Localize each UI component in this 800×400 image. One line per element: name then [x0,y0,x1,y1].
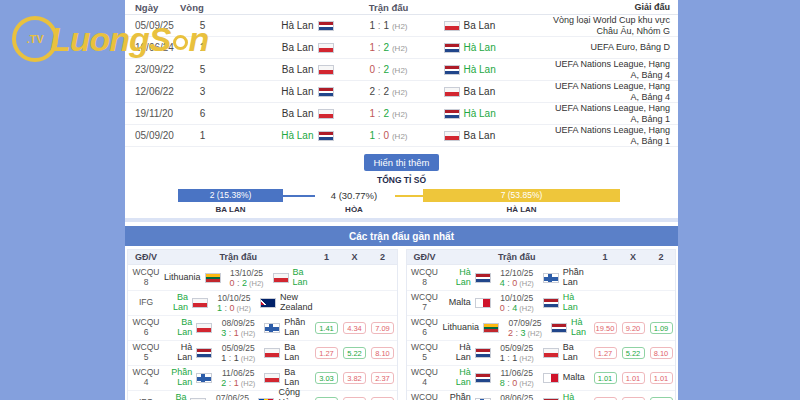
page-background: .TV LuongSn Ngày Vòng Trận đấu Giải đấu … [0,0,800,400]
tournament-name: UEFA Nations League, Hạng A, Bảng 4 [552,59,678,81]
recent-match-row: WCQU 6Lithuania07/09/252 : 3(H2)Hà Lan19… [407,315,676,340]
pl-flag-icon [318,109,334,119]
odds-value: 3.82 [343,372,366,384]
away-team: Phần Lan [543,268,591,288]
odds-value: 3.03 [315,372,338,384]
match-score: 1 : 0(H2) [208,303,260,313]
odds-cell: 8.10 [647,347,675,359]
away-score: 1 [512,353,517,363]
home-team-name: Ba Lan [282,64,314,75]
date-score-cell: 07/06/252 : 0(H2) [206,393,258,400]
odds-value: 8.10 [650,347,673,359]
tournament-name: UEFA Nations League, Hạng A, Bảng 4 [552,81,678,103]
odds-value: 1.01 [650,372,673,384]
away-team-name: Ba Lan [464,86,496,97]
match-score: 0 : 4(H2) [491,303,543,313]
recent-match-row: WCQU 8Hà Lan12/10/254 : 0(H2)Phần Lan [407,265,676,290]
odds-cell: 2.37 [369,372,397,384]
halftime-label: (H2) [241,354,256,363]
logo-text: LuongSn [50,20,208,59]
match-score: 4 : 0(H2) [491,278,543,288]
match-cell: Hà Lan11/06/258 : 0(H2)Malta [443,368,592,388]
halftime-label: (H2) [249,279,264,288]
date-score-cell: 08/06/250 : 2(H2) [491,393,543,400]
stage-round: WCQU 4 [407,368,443,388]
mt-flag-icon [543,373,559,383]
match-cell: Ba Lan1 : 2(H2)Hà Lan [225,42,552,53]
home-team: Ba Lan [225,108,334,119]
recent-match-row: WCQU 5Hà Lan05/09/251 : 1(H2)Ba Lan1.275… [128,340,397,365]
tournament-name: UEFA Nations League, Hạng A, Bảng 1 [552,125,678,147]
fi-flag-icon [264,323,280,333]
away-team-name: Ba Lan [563,343,591,363]
odds-value: 1.41 [315,322,338,334]
match-date: 13/10/25 [221,268,273,278]
away-team: Ba Lan [444,86,553,97]
round-number: 1 [180,130,225,141]
halftime-label: (H2) [392,22,408,31]
away-score: 2 [383,64,389,75]
recent-match-row: WCQU 5Hà Lan05/09/251 : 1(H2)Ba Lan1.275… [407,340,676,365]
match-score: 2 : 2(H2) [334,86,444,97]
balan-category-label: BA LAN [178,205,283,214]
away-team: Phần Lan [264,318,312,338]
away-team-name: New Zealand [280,293,313,313]
nl-flag-icon [444,65,460,75]
away-team-name: Hà Lan [464,42,496,53]
match-date: 10/10/25 [491,293,543,303]
draw-value: 4 (30.77%) [313,190,395,201]
h2h-row: 12/06/223Hà Lan2 : 2(H2)Ba LanUEFA Natio… [125,81,678,103]
recent-match-row: IFGBa Lan07/06/252 : 0(H2)Cộng Hòa Moldo… [128,390,397,400]
home-team-name: Hà Lan [164,343,192,363]
halftime-label: (H2) [236,304,251,313]
odds-cell: 1.27 [313,347,341,359]
away-team-name: Phần Lan [284,318,312,338]
stage-round: WCQU 4 [128,368,164,388]
halftime-label: (H2) [392,44,408,53]
match-score: 1 : 1(H2) [491,353,543,363]
match-cell: Malta10/10/250 : 4(H2)Hà Lan [443,293,592,313]
match-score: 1 : 1(H2) [212,353,264,363]
home-team-name: Lithuania [443,323,480,333]
match-score: 0 : 2(H2) [221,278,273,288]
home-team-name: Hà Lan [443,368,471,388]
h2h-header-round: Vòng [180,2,225,13]
home-team-name: Ba Lan [164,393,186,400]
nl-flag-icon [444,109,460,119]
match-cell: Hà Lan1 : 0(H2)Ba Lan [225,130,552,141]
odds-value: 2.37 [371,372,394,384]
odds-value: 5.22 [343,347,366,359]
away-team: New Zealand [260,293,313,313]
tournament-name: Vòng loại World Cup khu vực Châu Âu, Nhó… [552,15,678,37]
recent-table-left: GĐ/V Trận đấu 1 X 2 WCQU 8Lithuania13/10… [127,249,398,400]
date-score-cell: 11/06/252 : 1(H2) [212,368,264,388]
away-team: Ba Lan [444,130,553,141]
odds-cell: 1.41 [313,322,341,334]
away-score: 1 [383,20,389,31]
away-team-name: Hà Lan [464,64,496,75]
nl-flag-icon [318,131,334,141]
h2h-row: 23/09/225Ba Lan0 : 2(H2)Hà LanUEFA Natio… [125,59,678,81]
nl-flag-icon [475,348,491,358]
mt-flag-icon [475,298,491,308]
odds-cell: 5.22 [619,347,647,359]
recent-table-right-body: WCQU 8Hà Lan12/10/254 : 0(H2)Phần LanWCQ… [407,265,676,400]
odds-value: 1.01 [622,372,645,384]
away-team-name: Phần Lan [563,268,591,288]
show-more-button[interactable]: Hiển thị thêm [364,154,440,171]
odds-value: 8.10 [371,347,394,359]
home-team: Ba Lan [164,393,206,400]
halftime-label: (H2) [392,110,408,119]
away-score: 1 [234,378,239,388]
match-cell: Ba Lan10/10/251 : 0(H2)New Zealand [164,293,313,313]
match-date: 05/09/20 [125,130,180,141]
odds-cell: 4.34 [341,322,369,334]
match-cell: Ba Lan07/06/252 : 0(H2)Cộng Hòa Moldova [164,388,313,400]
match-date: 05/09/25 [212,343,264,353]
match-date: 07/06/25 [206,393,258,400]
recent-tables: GĐ/V Trận đấu 1 X 2 WCQU 8Lithuania13/10… [125,246,678,400]
away-team: Ba Lan [543,343,591,363]
halftime-label: (H2) [519,304,534,313]
halftime-label: (H2) [392,88,408,97]
away-score: 4 [512,303,517,313]
